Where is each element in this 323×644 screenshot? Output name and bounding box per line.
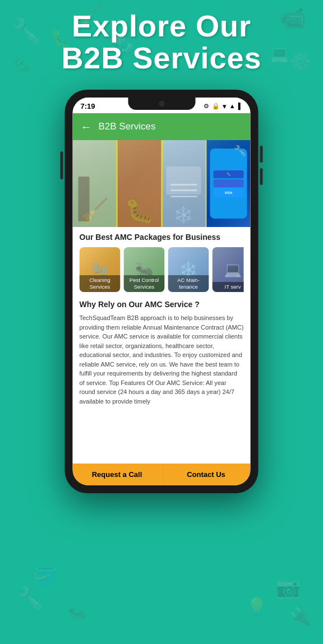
cleaning-card-label: Cleaning Services bbox=[82, 277, 118, 290]
amc-section-title: Our Best AMC Packages for Business bbox=[80, 233, 244, 242]
signal-icon: ▲ bbox=[229, 103, 236, 109]
phone-screen: 7:19 ⚙ 🔒 ▾ ▲ ▌ ← B2B Services 🧹 bbox=[73, 98, 251, 485]
wifi-icon: ▾ bbox=[223, 102, 227, 110]
contact-us-button[interactable]: Contact Us bbox=[162, 464, 251, 485]
cleaning-card-overlay: Cleaning Services bbox=[80, 275, 121, 292]
phone-mockup: 7:19 ⚙ 🔒 ▾ ▲ ▌ ← B2B Services 🧹 bbox=[65, 90, 259, 493]
battery-icon: ▌ bbox=[238, 103, 243, 109]
back-button[interactable]: ← bbox=[81, 121, 92, 133]
service-cards-list: 🧤 Cleaning Services 🐜 Pest bbox=[80, 247, 244, 292]
app-bar: ← B2B Services bbox=[73, 113, 251, 140]
hero-image-pest: 🐛 bbox=[117, 140, 161, 227]
app-bar-title: B2B Services bbox=[99, 121, 156, 132]
bottom-action-bar: Request a Call Contact Us bbox=[73, 464, 251, 485]
it-card-label: IT serv bbox=[215, 284, 244, 290]
page-header: Explore Our B2B Services bbox=[0, 10, 323, 73]
power-button bbox=[61, 151, 63, 179]
service-card-it[interactable]: 💻 IT serv bbox=[213, 247, 244, 292]
volume-up-button bbox=[260, 146, 263, 163]
why-section-title: Why Rely on Our AMC Service ? bbox=[80, 300, 244, 309]
ac-card-overlay: AC Main- tenance bbox=[168, 275, 209, 292]
settings-status-icon: ⚙ bbox=[204, 103, 209, 110]
status-time: 7:19 bbox=[81, 102, 95, 110]
lock-status-icon: 🔒 bbox=[212, 103, 220, 110]
phone-notch bbox=[128, 98, 195, 110]
service-card-cleaning[interactable]: 🧤 Cleaning Services bbox=[80, 247, 121, 292]
hero-image-it: 🔧 vice 🔧 bbox=[207, 140, 251, 227]
pest-card-label: Pest Control Services bbox=[126, 277, 163, 290]
why-section-text: TechSquadTeam B2B approach is to help bu… bbox=[80, 313, 244, 406]
pest-card-overlay: Pest Control Services bbox=[124, 275, 165, 292]
ac-card-label: AC Main- tenance bbox=[170, 277, 207, 290]
it-card-overlay: IT serv bbox=[213, 282, 244, 292]
header-title: Explore Our B2B Services bbox=[0, 10, 323, 73]
content-area[interactable]: Our Best AMC Packages for Business 🧤 Cle… bbox=[73, 227, 251, 464]
hero-image-strip: 🧹 🐛 ❄️ bbox=[73, 140, 251, 227]
front-camera bbox=[159, 101, 164, 106]
status-icons: ⚙ 🔒 ▾ ▲ ▌ bbox=[204, 102, 243, 110]
service-card-ac[interactable]: ❄️ AC Main- tenance bbox=[168, 247, 209, 292]
request-call-button[interactable]: Request a Call bbox=[73, 464, 162, 485]
hero-image-ac: ❄️ bbox=[162, 140, 206, 227]
hero-image-cleaning: 🧹 bbox=[73, 140, 117, 227]
volume-down-button bbox=[260, 168, 263, 185]
service-card-pest[interactable]: 🐜 Pest Control Services bbox=[124, 247, 165, 292]
